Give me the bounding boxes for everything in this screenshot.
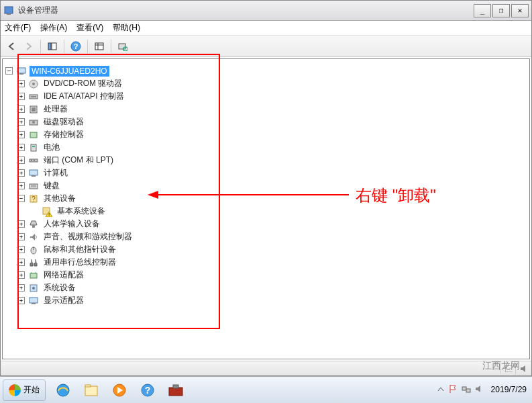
svg-rect-22 [31, 144, 36, 151]
help-button[interactable]: ? [68, 38, 84, 54]
tree-category-node[interactable]: +键盘 [17, 179, 527, 192]
device-category-icon [28, 270, 39, 281]
tree-category-node[interactable]: +计算机 [17, 167, 527, 179]
svg-rect-1 [7, 13, 11, 15]
maximize-button[interactable]: ❐ [492, 4, 510, 17]
tree-category-node[interactable]: +鼠标和其他指针设备 [17, 243, 527, 256]
tree-category-label[interactable]: 处理器 [42, 103, 70, 116]
app-icon [3, 5, 14, 16]
menu-help[interactable]: 帮助(H) [113, 22, 140, 34]
tree-category-node[interactable]: +系统设备 [17, 281, 527, 294]
tree-category-label[interactable]: 网络适配器 [42, 269, 86, 281]
window-title: 设备管理器 [18, 5, 474, 16]
tree-category-node[interactable]: −?其他设备 [17, 192, 527, 205]
tree-category-label[interactable]: 通用串行总线控制器 [42, 256, 118, 269]
tree-category-node[interactable]: +磁盘驱动器 [17, 116, 527, 128]
back-button[interactable] [3, 38, 19, 54]
device-tree-panel[interactable]: − WIN-C6JJUAED2HO +DVD/CD-ROM 驱动器+IDE AT… [2, 58, 530, 359]
taskbar-explorer-icon[interactable] [78, 379, 105, 401]
expand-icon[interactable]: + [17, 80, 25, 87]
tree-category-label[interactable]: 其他设备 [42, 192, 78, 205]
tray-date[interactable]: 2019/7/29 [488, 385, 529, 395]
device-category-icon [28, 232, 39, 242]
start-label: 开始 [23, 384, 40, 396]
expand-icon[interactable]: + [17, 284, 25, 292]
tree-root-node[interactable]: − WIN-C6JJUAED2HO [5, 64, 527, 77]
device-category-icon [28, 104, 39, 115]
tree-category-label[interactable]: 系统设备 [42, 281, 78, 294]
tree-category-node[interactable]: +存储控制器 [17, 128, 527, 141]
scan-hardware-button[interactable] [115, 38, 131, 54]
tree-device-node[interactable]: !基本系统设备 [31, 205, 527, 218]
tree-category-label[interactable]: IDE ATA/ATAPI 控制器 [42, 90, 126, 103]
menu-file[interactable]: 文件(F) [5, 22, 31, 34]
expand-icon[interactable]: + [17, 105, 25, 113]
svg-rect-46 [32, 303, 36, 304]
watermark: 江西龙网 [482, 360, 520, 372]
minimize-button[interactable]: _ [474, 4, 491, 17]
tree-category-label[interactable]: 计算机 [42, 167, 70, 179]
tree-category-node[interactable]: +网络适配器 [17, 269, 527, 281]
tree-category-label[interactable]: 显示适配器 [42, 294, 86, 307]
forward-button[interactable] [21, 38, 37, 54]
expand-icon[interactable]: + [17, 297, 25, 304]
system-tray: 2019/7/29 [437, 384, 529, 396]
device-category-icon [28, 219, 39, 230]
tree-category-node[interactable]: +处理器 [17, 103, 527, 116]
tree-category-label[interactable]: 声音、视频和游戏控制器 [42, 230, 134, 243]
svg-rect-9 [119, 44, 125, 49]
detail-view-button[interactable] [91, 38, 107, 54]
tree-root-label[interactable]: WIN-C6JJUAED2HO [30, 66, 109, 77]
tree-device-label[interactable]: 基本系统设备 [55, 205, 107, 218]
expand-icon[interactable]: + [17, 156, 25, 164]
tree-category-label[interactable]: DVD/CD-ROM 驱动器 [42, 77, 124, 90]
tree-category-node[interactable]: +DVD/CD-ROM 驱动器 [17, 77, 527, 90]
tree-category-node[interactable]: +人体学输入设备 [17, 218, 527, 230]
toolbar-separator [40, 40, 41, 53]
titlebar[interactable]: 设备管理器 _ ❐ ✕ [1, 1, 531, 21]
taskbar-toolbox-icon[interactable] [162, 379, 189, 401]
tree-category-label[interactable]: 磁盘驱动器 [42, 116, 86, 128]
expand-icon[interactable]: + [17, 93, 25, 100]
taskbar-help-icon[interactable]: ? [134, 379, 161, 401]
tree-category-node[interactable]: +IDE ATA/ATAPI 控制器 [17, 90, 527, 103]
expand-icon[interactable]: + [17, 182, 25, 189]
expand-icon[interactable]: + [17, 131, 25, 138]
expand-icon[interactable]: + [17, 220, 25, 228]
tray-network-icon[interactable] [462, 384, 471, 396]
tray-volume-icon[interactable] [475, 384, 484, 396]
tree-category-node[interactable]: +端口 (COM 和 LPT) [17, 154, 527, 167]
expand-icon[interactable]: + [17, 233, 25, 240]
device-category-icon [28, 168, 39, 179]
tree-category-node[interactable]: +电池 [17, 141, 527, 154]
menu-view[interactable]: 查看(V) [76, 22, 103, 34]
show-hide-tree-button[interactable] [44, 38, 60, 54]
expand-icon[interactable]: + [17, 259, 25, 266]
svg-rect-6 [95, 43, 103, 50]
tree-category-node[interactable]: +显示适配器 [17, 294, 527, 307]
tree-category-label[interactable]: 端口 (COM 和 LPT) [42, 154, 115, 167]
tree-category-node[interactable]: +声音、视频和游戏控制器 [17, 230, 527, 243]
collapse-icon[interactable]: − [17, 195, 25, 202]
tray-flag-icon[interactable] [448, 384, 458, 396]
menu-action[interactable]: 操作(A) [40, 22, 67, 34]
device-category-icon [28, 79, 39, 89]
close-button[interactable]: ✕ [511, 4, 529, 17]
collapse-icon[interactable]: − [5, 67, 13, 75]
taskbar-media-player-icon[interactable] [106, 379, 133, 401]
tray-expand-icon[interactable] [437, 386, 444, 395]
taskbar-ie-icon[interactable] [50, 379, 76, 401]
expand-icon[interactable]: + [17, 271, 25, 279]
tree-category-label[interactable]: 键盘 [42, 179, 62, 192]
tree-category-label[interactable]: 电池 [42, 141, 62, 154]
tree-category-label[interactable]: 鼠标和其他指针设备 [42, 243, 118, 256]
tree-category-label[interactable]: 人体学输入设备 [42, 218, 102, 230]
device-category-icon [28, 283, 39, 294]
expand-icon[interactable]: + [17, 118, 25, 126]
expand-icon[interactable]: + [17, 169, 25, 177]
tree-category-label[interactable]: 存储控制器 [42, 128, 86, 141]
start-button[interactable]: 开始 [3, 379, 46, 401]
expand-icon[interactable]: + [17, 144, 25, 151]
expand-icon[interactable]: + [17, 246, 25, 253]
tree-category-node[interactable]: +通用串行总线控制器 [17, 256, 527, 269]
